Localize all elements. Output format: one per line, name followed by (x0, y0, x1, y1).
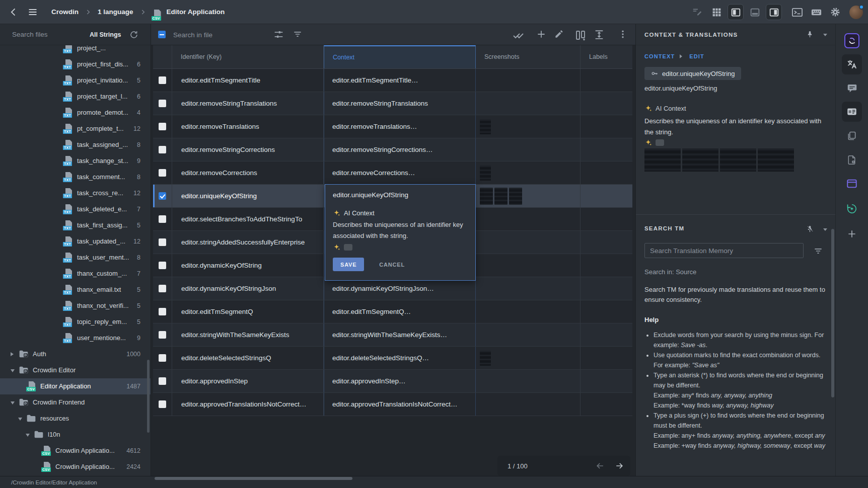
select-all-checkbox[interactable] (158, 31, 166, 38)
identifier-cell[interactable]: editor.uniqueKeyOfString (172, 185, 324, 207)
header-screenshots[interactable]: Screenshots (476, 45, 581, 68)
next-page-button[interactable] (612, 459, 626, 473)
table-row[interactable]: editor.deleteSelectedStringsQ editor.del… (153, 347, 632, 370)
tree-file-item[interactable]: TXTthanx_custom_...7 (0, 266, 151, 282)
screenshots-cell[interactable] (476, 347, 581, 369)
previous-page-button[interactable] (593, 459, 607, 473)
table-row[interactable]: editor.removeStringCorrections editor.re… (153, 138, 632, 161)
add-string-icon[interactable] (536, 29, 546, 39)
context-cell[interactable]: editor.removeTranslations… (324, 115, 476, 138)
tab-edit[interactable]: EDIT (689, 53, 704, 59)
refresh-icon[interactable] (129, 30, 138, 39)
tree-file-item[interactable]: TXTtask_user_ment...8 (0, 250, 151, 266)
tree-file-item[interactable]: TXTtopic_reply_em...5 (0, 314, 151, 330)
row-checkbox[interactable] (159, 354, 166, 362)
tree-folder-item[interactable]: Crowdin Frontend (0, 394, 151, 411)
tree-file-item[interactable]: TXTproject_first_dis...6 (0, 56, 151, 72)
row-checkbox[interactable] (159, 377, 166, 385)
settings-gear-icon[interactable] (827, 4, 843, 20)
crowdin-ai-app-icon[interactable] (842, 31, 862, 51)
identifier-cell[interactable]: editor.removeCorrections (172, 161, 324, 184)
row-checkbox[interactable] (159, 192, 166, 200)
chevron-down-icon[interactable] (823, 228, 827, 231)
screenshots-cell[interactable] (476, 277, 581, 300)
tree-file-item[interactable]: TXTpt_complete_t...12 (0, 121, 151, 137)
identifier-cell[interactable]: editor.stringAddedSuccessfullyEnterprise (172, 231, 324, 254)
labels-cell[interactable] (581, 393, 632, 416)
cancel-button[interactable]: CANCEL (376, 261, 408, 268)
sidebar-scrollbar[interactable] (147, 360, 150, 433)
tree-file-item[interactable]: TXTuser_mentione...9 (0, 330, 151, 346)
translations-tab-icon[interactable] (842, 54, 862, 74)
table-row[interactable]: editor.removeTranslations editor.removeT… (153, 115, 632, 138)
screenshots-cell[interactable] (476, 161, 581, 184)
row-checkbox[interactable] (159, 400, 166, 408)
screenshot-thumbnail[interactable] (480, 119, 491, 134)
labels-cell[interactable] (581, 370, 632, 392)
tree-folder-item[interactable]: Auth1000 (0, 346, 151, 362)
expand-arrow-icon[interactable] (11, 352, 14, 356)
tree-file-item[interactable]: TXTtask_deleted_e...7 (0, 201, 151, 217)
tree-file-item[interactable]: TXTthanx_email.txt5 (0, 282, 151, 298)
context-cell[interactable]: editor.removeStringCorrections… (324, 138, 476, 161)
row-checkbox[interactable] (159, 146, 166, 153)
row-checkbox[interactable] (159, 123, 166, 130)
panel-scrollbar[interactable] (831, 229, 834, 397)
tree-file-item[interactable]: TXTproject_invitatio...5 (0, 72, 151, 89)
screenshots-cell[interactable] (476, 185, 581, 207)
table-row[interactable]: editor.removeCorrections editor.removeCo… (153, 161, 632, 185)
pin-off-icon[interactable] (806, 225, 814, 233)
screenshots-cell[interactable] (476, 300, 581, 323)
tree-folder-item[interactable]: Crowdin Editor (0, 362, 151, 378)
glossary-tab-icon[interactable] (842, 126, 862, 146)
comments-tab-icon[interactable] (842, 78, 862, 98)
context-tab-icon[interactable] (842, 102, 862, 122)
filter-icon[interactable] (293, 29, 303, 39)
expand-arrow-icon[interactable] (18, 418, 22, 421)
table-row[interactable]: editor.approvedTranslationIsNotCorrect… … (153, 393, 632, 416)
tree-file-item[interactable]: TXTtask_change_st...9 (0, 153, 151, 169)
labels-cell[interactable] (581, 115, 632, 138)
columns-settings-icon[interactable] (574, 29, 587, 41)
edit-icon[interactable] (554, 29, 564, 39)
tree-file-item[interactable]: TXTproject_target_l...6 (0, 89, 151, 105)
layout-right-panel-icon[interactable] (766, 4, 782, 20)
identifier-cell[interactable]: editor.deleteSelectedStringsQ (172, 347, 324, 369)
file-info-tab-icon[interactable] (842, 150, 862, 170)
console-icon[interactable] (789, 4, 805, 20)
row-checkbox[interactable] (159, 308, 166, 315)
grid-view-icon[interactable] (708, 4, 725, 20)
tree-file-item[interactable]: CSVEditor Application1487 (0, 378, 151, 394)
identifier-cell[interactable]: editor.dynamicKeyOfString (172, 254, 324, 277)
labels-cell[interactable] (581, 161, 632, 184)
screenshot-thumbnail[interactable] (480, 166, 491, 181)
tm-filter-icon[interactable] (813, 246, 823, 256)
identifier-cell[interactable]: editor.stringWithTheSameKeyExists (172, 323, 324, 346)
identifier-cell[interactable]: editor.approvedTranslationIsNotCorrect… (172, 393, 324, 416)
string-key-chip[interactable]: editor.uniqueKeyOfString (644, 67, 741, 80)
advanced-filter-icon[interactable] (273, 29, 284, 40)
context-cell[interactable]: editor.editTmSegmentTitle… (324, 69, 476, 92)
labels-cell[interactable] (581, 254, 632, 277)
row-checkbox[interactable] (159, 238, 166, 246)
labels-cell[interactable] (581, 138, 632, 161)
header-labels[interactable]: Labels (581, 45, 632, 68)
labels-cell[interactable] (581, 231, 632, 254)
approve-all-icon[interactable] (513, 29, 525, 41)
layout-bottom-panel-icon[interactable] (747, 4, 763, 20)
tree-file-item[interactable]: CSVCrowdin Applicatio...4612 (0, 443, 151, 459)
screenshot-thumbnail[interactable] (758, 148, 794, 172)
more-options-icon[interactable] (618, 29, 628, 39)
strings-filter-dropdown[interactable]: All Strings (90, 31, 121, 38)
row-checkbox[interactable] (159, 76, 166, 84)
labels-cell[interactable] (581, 208, 632, 230)
screenshot-thumbnail[interactable] (494, 188, 508, 205)
context-cell[interactable]: editor.removeStringTranslations (324, 92, 476, 115)
screenshot-thumbnail[interactable] (720, 148, 756, 172)
screenshots-cell[interactable] (476, 393, 581, 416)
layout-left-panel-icon[interactable] (728, 4, 744, 20)
labels-cell[interactable] (581, 277, 632, 300)
screenshots-cell[interactable] (476, 69, 581, 92)
table-row[interactable]: editor.editTmSegmentQ editor.editTmSegme… (153, 300, 632, 323)
header-identifier[interactable]: Identifier (Key) (172, 45, 324, 68)
